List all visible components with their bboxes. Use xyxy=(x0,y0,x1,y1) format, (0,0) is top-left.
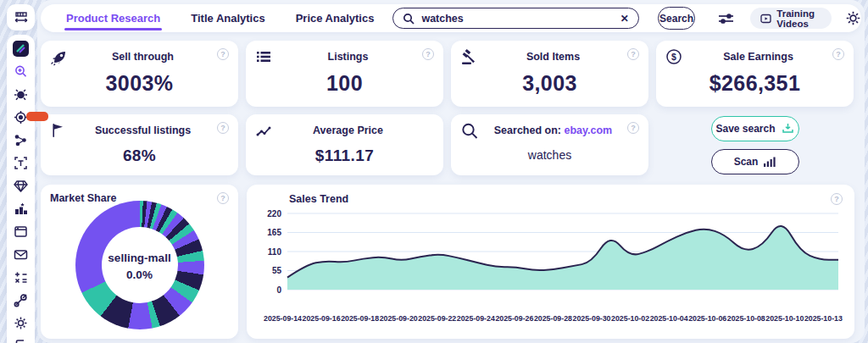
x-tick-label: 2025-10-08 xyxy=(727,314,765,323)
podium-icon[interactable] xyxy=(13,201,30,217)
bug-icon[interactable] xyxy=(13,86,30,102)
card-value: 3003% xyxy=(50,71,229,96)
x-tick-label: 2025-09-16 xyxy=(303,314,341,323)
window-icon[interactable] xyxy=(13,224,30,240)
sidebar-collapse-button[interactable] xyxy=(7,4,35,30)
card-value: 68% xyxy=(50,147,229,165)
sales-trend-title: Sales Trend xyxy=(289,193,348,205)
x-tick-label: 2025-10-04 xyxy=(650,314,688,323)
list-icon xyxy=(255,48,274,67)
gear-icon[interactable] xyxy=(845,10,861,26)
search-icon xyxy=(403,13,415,25)
topbar: Product Research Title Analytics Price A… xyxy=(41,4,861,32)
gem-icon[interactable] xyxy=(13,178,30,194)
dollar-icon: $ xyxy=(665,48,684,67)
mail-icon[interactable] xyxy=(13,246,30,263)
svg-text:165: 165 xyxy=(267,228,281,237)
card-value: $111.17 xyxy=(255,147,434,165)
sidebar-active-indicator xyxy=(26,112,48,121)
x-tick-label: 2025-10-13 xyxy=(804,314,843,323)
rocket-icon xyxy=(50,48,69,67)
scan-label: Scan xyxy=(734,156,759,168)
actions: Save search Scan xyxy=(656,114,854,175)
card-sold-items: Sold Items ? 3,003 xyxy=(451,41,648,107)
x-tick-label: 2025-10-02 xyxy=(611,314,649,323)
help-icon[interactable]: ? xyxy=(627,122,639,134)
search-plus-icon[interactable] xyxy=(13,64,30,80)
svg-text:0: 0 xyxy=(276,285,281,295)
search-input[interactable]: watches ✕ xyxy=(392,8,638,29)
x-tick-label: 2025-09-18 xyxy=(341,314,379,323)
card-searched-on: Searched on: ebay.com ? watches xyxy=(451,114,648,175)
card-listings: Listings ? 100 xyxy=(246,41,443,107)
market-share-donut[interactable]: selling-mall 0.0% xyxy=(75,201,204,329)
card-title: Sale Earnings xyxy=(684,51,832,63)
zik-logo-icon[interactable] xyxy=(13,41,30,57)
title-frame-icon[interactable] xyxy=(13,155,30,171)
x-tick-label: 2025-09-20 xyxy=(380,314,418,323)
svg-text:220: 220 xyxy=(267,209,281,219)
svg-text:55: 55 xyxy=(272,266,282,275)
x-tick-label: 2025-09-26 xyxy=(495,314,533,323)
x-tick-label: 2025-09-14 xyxy=(264,314,302,323)
help-icon[interactable]: ? xyxy=(217,48,229,60)
target-icon[interactable] xyxy=(13,109,30,125)
card-title: Sell through xyxy=(69,51,217,63)
card-successful-listings: Successful listings ? 68% xyxy=(41,114,238,175)
svg-text:$: $ xyxy=(671,52,676,62)
donut-seller-name: selling-mall xyxy=(75,250,204,267)
svg-text:110: 110 xyxy=(268,247,282,257)
x-tick-label: 2025-09-22 xyxy=(418,314,456,323)
save-search-button[interactable]: Save search xyxy=(711,116,799,141)
card-sell-through: Sell through ? 3003% xyxy=(41,41,238,107)
nav-tabs: Product Research Title Analytics Price A… xyxy=(66,12,374,25)
search-value[interactable]: watches xyxy=(421,13,613,25)
market-share-card: Market Share ? selling-mall 0.0% xyxy=(41,185,238,339)
ebay-link[interactable]: ebay.com xyxy=(564,124,612,136)
search-icon xyxy=(460,122,479,141)
help-icon[interactable]: ? xyxy=(422,48,434,60)
card-title: Successful listings xyxy=(69,124,217,136)
sales-trend-svg[interactable]: 055110165220 xyxy=(259,205,842,312)
clear-search-icon[interactable]: ✕ xyxy=(620,14,629,24)
help-icon[interactable]: ? xyxy=(831,193,843,205)
x-tick-label: 2025-09-28 xyxy=(534,314,572,323)
trend-icon xyxy=(255,122,274,141)
calculator-icon[interactable] xyxy=(13,269,30,285)
card-title: Listings xyxy=(274,51,422,63)
sales-trend-x-labels: 2025-09-142025-09-162025-09-182025-09-20… xyxy=(259,314,843,323)
bars-icon xyxy=(764,157,776,167)
wrench-icon[interactable] xyxy=(13,292,30,308)
tab-title-analytics[interactable]: Title Analytics xyxy=(191,12,264,25)
stat-cards: Sell through ? 3003% Listings ? 100 xyxy=(41,41,854,175)
sidebar xyxy=(7,35,35,343)
training-videos-button[interactable]: Training Videos xyxy=(750,8,832,29)
card-average-price: Average Price ? $111.17 xyxy=(246,114,443,175)
help-icon[interactable]: ? xyxy=(627,48,639,60)
flag-icon xyxy=(50,122,69,141)
card-sale-earnings: $ Sale Earnings ? $266,351 xyxy=(656,41,854,107)
logout-icon[interactable] xyxy=(13,338,30,343)
help-icon[interactable]: ? xyxy=(217,122,229,134)
nodes-icon[interactable] xyxy=(13,132,30,148)
help-icon[interactable]: ? xyxy=(217,192,229,204)
filters-icon[interactable] xyxy=(717,11,735,26)
x-tick-label: 2025-10-06 xyxy=(688,314,726,323)
donut-seller-share: 0.0% xyxy=(75,267,204,284)
card-title: Searched on: ebay.com xyxy=(479,124,627,136)
x-tick-label: 2025-09-30 xyxy=(573,314,611,323)
training-videos-label: Training Videos xyxy=(776,8,821,29)
x-tick-label: 2025-09-24 xyxy=(457,314,495,323)
scan-button[interactable]: Scan xyxy=(711,149,799,174)
card-title: Sold Items xyxy=(479,51,627,63)
help-icon[interactable]: ? xyxy=(832,48,844,60)
search-button[interactable]: Search xyxy=(658,7,696,30)
card-value: 3,003 xyxy=(460,71,639,96)
tab-product-research[interactable]: Product Research xyxy=(66,12,160,25)
save-icon xyxy=(782,123,794,134)
tab-price-analytics[interactable]: Price Analytics xyxy=(296,12,375,25)
market-share-title: Market Share xyxy=(50,192,117,204)
donut-center-label: selling-mall 0.0% xyxy=(75,250,204,285)
save-search-label: Save search xyxy=(715,123,775,135)
settings-gear-icon[interactable] xyxy=(13,315,30,331)
